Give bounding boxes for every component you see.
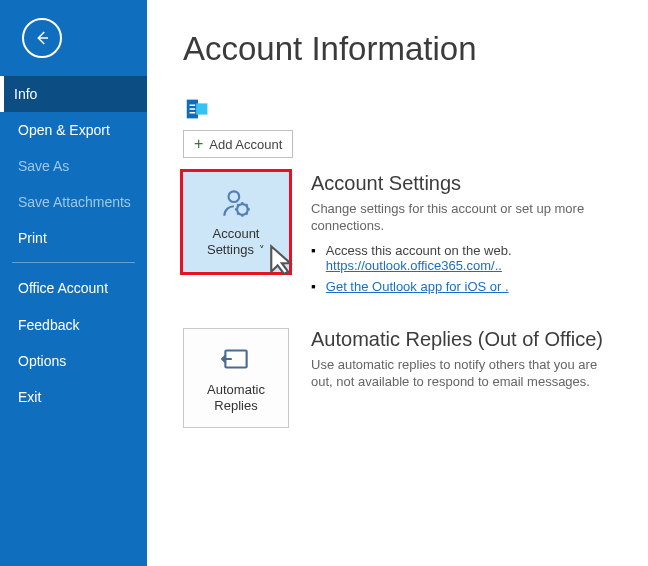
- plus-icon: +: [194, 136, 203, 152]
- account-selector-row: [183, 94, 618, 124]
- nav-item-options[interactable]: Options: [0, 343, 147, 379]
- nav-label: Info: [14, 86, 37, 102]
- nav-item-open-export[interactable]: Open & Export: [0, 112, 147, 148]
- sidebar-divider: [12, 262, 135, 263]
- nav-item-save-as: Save As: [0, 148, 147, 184]
- add-account-label: Add Account: [209, 137, 282, 152]
- account-settings-icon: [219, 186, 253, 220]
- add-account-button[interactable]: + Add Account: [183, 130, 293, 158]
- tile-label: Account Settings ˅: [207, 226, 265, 257]
- account-settings-title: Account Settings: [311, 172, 618, 195]
- outlook-web-link[interactable]: https://outlook.office365.com/..: [326, 258, 502, 273]
- nav-label: Feedback: [18, 317, 79, 333]
- auto-replies-title: Automatic Replies (Out of Office): [311, 328, 618, 351]
- section-account-settings: Account Settings ˅ Account Settings Chan…: [183, 172, 618, 300]
- chevron-down-icon: ˅: [256, 244, 265, 256]
- account-settings-tile[interactable]: Account Settings ˅: [183, 172, 289, 272]
- nav-label: Save Attachments: [18, 194, 131, 210]
- nav-item-feedback[interactable]: Feedback: [0, 307, 147, 343]
- account-settings-desc: Change settings for this account or set …: [311, 201, 618, 235]
- nav-item-info[interactable]: Info: [0, 76, 147, 112]
- sidebar: Info Open & Export Save As Save Attachme…: [0, 0, 147, 566]
- nav-label: Print: [18, 230, 47, 246]
- nav-label: Exit: [18, 389, 41, 405]
- nav-label: Save As: [18, 158, 69, 174]
- tile-label: Automatic Replies: [207, 382, 265, 413]
- bullet-icon: ▪: [311, 279, 316, 294]
- section-automatic-replies: Automatic Replies Automatic Replies (Out…: [183, 328, 618, 428]
- nav-label: Options: [18, 353, 66, 369]
- outlook-app-link[interactable]: Get the Outlook app for iOS or .: [326, 279, 509, 294]
- auto-replies-desc: Use automatic replies to notify others t…: [311, 357, 618, 391]
- back-arrow-icon: [33, 29, 51, 47]
- nav-item-office-account[interactable]: Office Account: [0, 269, 147, 307]
- exchange-icon: [183, 94, 213, 124]
- page-title: Account Information: [183, 30, 618, 68]
- automatic-replies-tile[interactable]: Automatic Replies: [183, 328, 289, 428]
- main-panel: Account Information + Add Account Accoun…: [147, 0, 648, 566]
- nav-item-save-attachments: Save Attachments: [0, 184, 147, 220]
- svg-rect-1: [196, 103, 207, 114]
- automatic-replies-icon: [219, 342, 253, 376]
- svg-point-2: [229, 192, 240, 203]
- nav-label: Open & Export: [18, 122, 110, 138]
- back-button[interactable]: [22, 18, 62, 58]
- nav-item-print[interactable]: Print: [0, 220, 147, 256]
- mouse-cursor-icon: [267, 242, 301, 276]
- nav-label: Office Account: [18, 280, 108, 296]
- nav-item-exit[interactable]: Exit: [0, 379, 147, 415]
- bullet-icon: ▪: [311, 243, 316, 273]
- access-web-text: Access this account on the web.: [326, 243, 512, 258]
